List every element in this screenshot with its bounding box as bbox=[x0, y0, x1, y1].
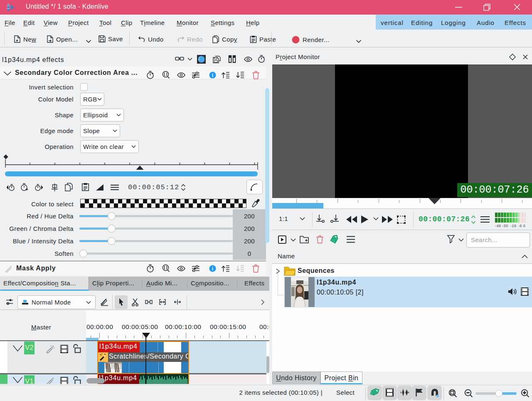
svg-text:i: i bbox=[212, 72, 214, 78]
svg-text:i: i bbox=[212, 266, 214, 272]
